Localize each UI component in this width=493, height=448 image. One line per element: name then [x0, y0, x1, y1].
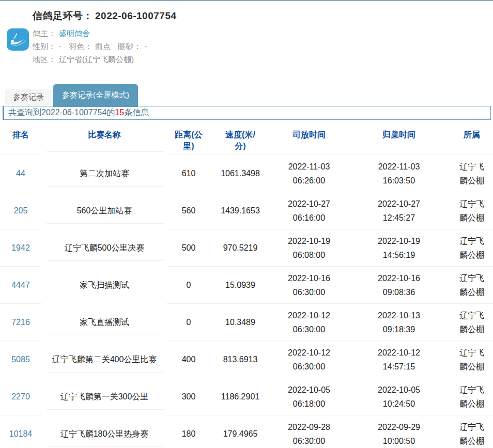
return-time-cell: 2022-10-16 09:08:36 — [347, 267, 451, 304]
race-name-cell: 第二次加站赛 — [41, 155, 167, 192]
speed-cell: 10.3489 — [210, 304, 271, 341]
ring-number: 2022-06-1007754 — [95, 10, 177, 21]
speed-cell: 15.0939 — [210, 267, 271, 304]
race-name-cell: 家飞扫描测试 — [41, 267, 167, 304]
rank-cell: 5085 — [0, 341, 41, 378]
rank-cell: 10184 — [0, 415, 41, 448]
loft-cell: 辽宁飞麟公棚 — [451, 341, 493, 378]
distance-cell: 400 — [167, 341, 210, 378]
race-records-table: 排名 比赛名称 距离(公里) 速度(米/分) 司放时间 归巢时间 所属 44 第… — [0, 123, 493, 448]
bird-swoosh-icon — [7, 28, 29, 51]
loft-cell: 辽宁飞麟公棚 — [451, 229, 493, 267]
feather-label: 羽色： — [69, 42, 92, 51]
eye-label: 眼砂： — [118, 42, 141, 51]
header-race-name: 比赛名称 — [41, 123, 167, 155]
distance-cell: 560 — [167, 192, 210, 229]
rank-cell: 44 — [0, 155, 41, 192]
table-row: 5085 辽宁飞麟第二关400公里比赛 400 813.6913 2022-10… — [0, 341, 493, 378]
race-name-cell: 560公里加站赛 — [41, 192, 167, 229]
query-result-bar: 共查询到2022-06-1007754的15条信息 — [3, 106, 491, 120]
distance-cell: 180 — [167, 415, 210, 448]
release-time-cell: 2022-10-27 06:16:00 — [271, 192, 347, 229]
race-name-cell: 辽宁飞麟180公里热身赛 — [41, 415, 167, 448]
owner-link[interactable]: 盛明鸽舍 — [59, 29, 90, 38]
return-time-cell: 2022-10-13 09:18:39 — [347, 304, 451, 341]
loft-cell: 辽宁飞麟公棚 — [451, 155, 493, 192]
release-time-cell: 2022-10-12 06:30:00 — [271, 304, 347, 341]
rank-cell: 1942 — [0, 229, 41, 267]
tab-race-records-fullscreen[interactable]: 参赛记录(全屏模式) — [53, 84, 138, 107]
table-row: 1942 辽宁飞麟500公里决赛 500 970.5219 2022-10-19… — [0, 229, 493, 267]
region-line: 地区：辽宁省(辽宁飞麟公棚) — [33, 53, 493, 66]
table-body: 44 第二次加站赛 610 1061.3498 2022-11-03 06:26… — [0, 155, 493, 448]
header-speed: 速度(米/分) — [210, 123, 271, 155]
rank-link[interactable]: 7216 — [11, 318, 30, 327]
race-name-cell: 辽宁飞麟500公里决赛 — [41, 229, 167, 267]
region-value: 辽宁省(辽宁飞麟公棚) — [59, 55, 134, 64]
header-loft: 所属 — [451, 123, 493, 155]
release-time-cell: 2022-10-16 06:30:00 — [271, 267, 347, 304]
table-row: 205 560公里加站赛 560 1439.1653 2022-10-27 06… — [0, 192, 493, 229]
pigeon-info: 鸽主：盛明鸽舍 性别：- 羽色：雨点 眼砂：- 地区：辽宁省(辽宁飞麟公棚) — [33, 27, 493, 66]
rank-cell: 7216 — [0, 304, 41, 341]
speed-cell: 813.6913 — [210, 341, 271, 378]
speed-cell: 1186.2901 — [210, 378, 271, 415]
distance-cell: 500 — [167, 229, 210, 267]
release-time-cell: 2022-10-19 06:08:00 — [271, 229, 347, 267]
table-row: 44 第二次加站赛 610 1061.3498 2022-11-03 06:26… — [0, 155, 493, 192]
distance-cell: 0 — [167, 267, 210, 304]
attributes-line: 性别：- 羽色：雨点 眼砂：- — [33, 40, 493, 53]
owner-label: 鸽主： — [33, 29, 56, 38]
loft-cell: 辽宁飞麟公棚 — [451, 267, 493, 304]
header-release-time: 司放时间 — [271, 123, 347, 155]
return-time-cell: 2022-10-12 14:57:15 — [347, 341, 451, 378]
site-logo[interactable] — [7, 28, 29, 51]
table-row: 4447 家飞扫描测试 0 15.0939 2022-10-16 06:30:0… — [0, 267, 493, 304]
release-time-cell: 2022-09-28 06:30:00 — [271, 415, 347, 448]
rank-link[interactable]: 4447 — [11, 281, 30, 290]
speed-cell: 1061.3498 — [210, 155, 271, 192]
loft-cell: 辽宁飞麟公棚 — [451, 415, 493, 448]
race-name-cell: 辽宁飞麟第一关300公里 — [41, 378, 167, 415]
release-time-cell: 2022-11-03 06:26:00 — [271, 155, 347, 192]
rank-cell: 205 — [0, 192, 41, 229]
rank-link[interactable]: 2270 — [11, 392, 30, 401]
return-time-cell: 2022-11-03 16:03:50 — [347, 155, 451, 192]
return-time-cell: 2022-10-05 10:24:50 — [347, 378, 451, 415]
tab-race-records[interactable]: 参赛记录 — [5, 89, 52, 106]
feather-value: 雨点 — [95, 42, 111, 51]
rank-cell: 4447 — [0, 267, 41, 304]
race-name-cell: 家飞直播测试 — [41, 304, 167, 341]
return-time-cell: 2022-10-27 12:45:27 — [347, 192, 451, 229]
release-time-cell: 2022-10-05 06:18:00 — [271, 378, 347, 415]
sex-value: - — [59, 42, 61, 51]
owner-line: 鸽主：盛明鸽舍 — [33, 27, 493, 40]
eye-value: - — [144, 42, 147, 51]
loft-cell: 辽宁飞麟公棚 — [451, 192, 493, 229]
speed-cell: 1439.1653 — [210, 192, 271, 229]
table-row: 7216 家飞直播测试 0 10.3489 2022-10-12 06:30:0… — [0, 304, 493, 341]
table-header-row: 排名 比赛名称 距离(公里) 速度(米/分) 司放时间 归巢时间 所属 — [0, 123, 493, 155]
speed-cell: 179.4965 — [210, 415, 271, 448]
header-return-time: 归巢时间 — [347, 123, 451, 155]
query-count: 15 — [115, 108, 124, 117]
distance-cell: 0 — [167, 304, 210, 341]
rank-link[interactable]: 10184 — [9, 429, 33, 439]
table-row: 2270 辽宁飞麟第一关300公里 300 1186.2901 2022-10-… — [0, 378, 493, 415]
page-title: 信鸽足环号：2022-06-1007754 — [33, 9, 493, 23]
header-distance: 距离(公里) — [167, 123, 210, 155]
loft-cell: 辽宁飞麟公棚 — [451, 304, 493, 341]
return-time-cell: 2022-09-29 10:00:50 — [347, 415, 451, 448]
distance-cell: 610 — [167, 155, 210, 192]
header-rank: 排名 — [0, 123, 41, 155]
return-time-cell: 2022-10-19 14:56:19 — [347, 229, 451, 267]
table-row: 10184 辽宁飞麟180公里热身赛 180 179.4965 2022-09-… — [0, 415, 493, 448]
rank-link[interactable]: 205 — [14, 206, 28, 215]
rank-link[interactable]: 44 — [16, 169, 25, 178]
speed-cell: 970.5219 — [210, 229, 271, 267]
rank-cell: 2270 — [0, 378, 41, 415]
loft-cell: 辽宁飞麟公棚 — [451, 378, 493, 415]
rank-link[interactable]: 5085 — [11, 355, 30, 364]
rank-link[interactable]: 1942 — [11, 243, 30, 253]
ring-label: 信鸽足环号： — [33, 10, 93, 21]
